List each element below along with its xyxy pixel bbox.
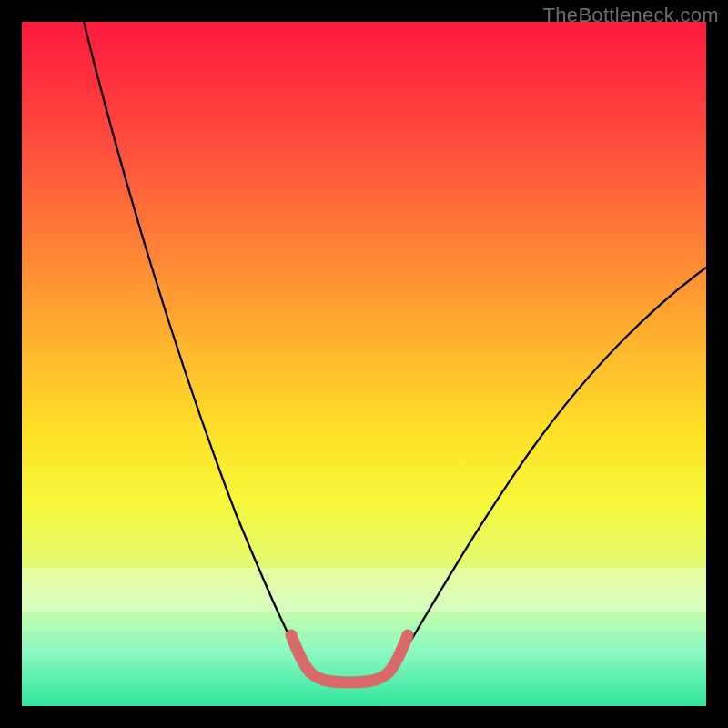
chart-plot-area (22, 22, 706, 706)
left-branch-curve (84, 22, 309, 673)
chart-curves (22, 22, 706, 706)
right-branch-curve (391, 268, 706, 673)
valley-tie (291, 635, 408, 682)
